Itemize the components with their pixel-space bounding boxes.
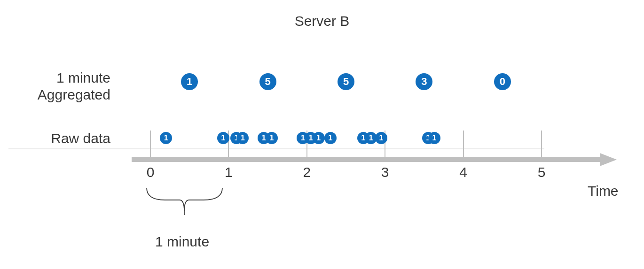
- x-axis-label: Time: [588, 183, 619, 199]
- row-label-aggregated: 1 minuteAggregated: [0, 69, 110, 103]
- time-axis: [132, 157, 602, 162]
- aggregated-dot: 3: [416, 73, 432, 90]
- chart-title: Server B: [0, 13, 644, 29]
- guide-line: [8, 148, 544, 149]
- aggregated-dot: 1: [181, 73, 198, 90]
- tick-label: 2: [303, 164, 311, 180]
- bracket-label: 1 minute: [155, 234, 209, 250]
- tick-label: 5: [538, 164, 546, 180]
- aggregated-dot: 5: [338, 73, 354, 90]
- tick-label: 1: [225, 164, 233, 180]
- tick-label: 4: [459, 164, 467, 180]
- raw-dot: 1: [313, 132, 325, 144]
- raw-dot: 1: [324, 132, 337, 144]
- tick: [150, 131, 151, 160]
- tick: [541, 131, 542, 160]
- raw-dot: 1: [236, 132, 249, 144]
- raw-dot: 1: [217, 132, 229, 144]
- tick-label: 0: [147, 164, 155, 180]
- raw-dot: 1: [266, 132, 278, 144]
- aggregated-dot: 0: [494, 73, 511, 90]
- raw-dot: 1: [160, 132, 172, 144]
- bracket-icon: [146, 187, 223, 215]
- raw-dot: 1: [428, 132, 440, 144]
- raw-dot: 1: [375, 132, 387, 144]
- aggregated-dot: 5: [259, 73, 276, 90]
- axis-arrow-icon: [600, 153, 617, 166]
- tick-label: 3: [381, 164, 389, 180]
- tick: [463, 131, 464, 160]
- row-label-raw: Raw data: [0, 131, 110, 146]
